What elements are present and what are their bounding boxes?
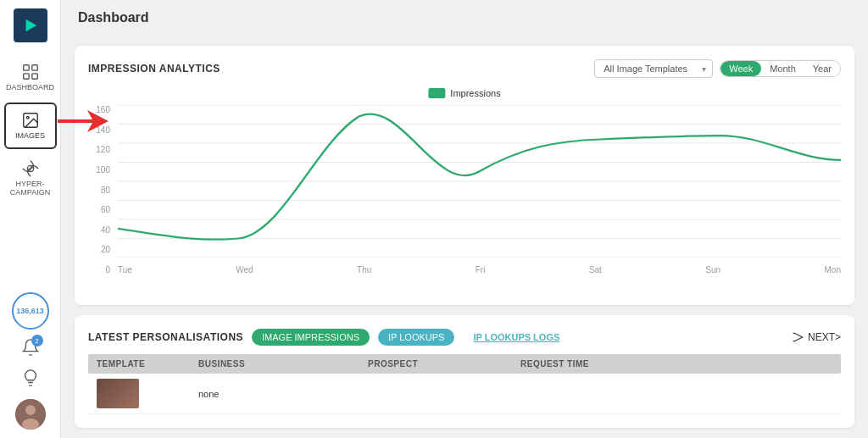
time-btn-week[interactable]: Week	[721, 61, 761, 76]
content-area: IMPRESSION ANALYTICS All Image Templates…	[61, 36, 868, 438]
red-arrow-indicator	[58, 108, 108, 137]
col-request-time: REQUEST TIME	[520, 359, 832, 369]
table-row: none	[88, 374, 841, 414]
sidebar-bottom: 136,613 2	[12, 292, 49, 430]
legend-color-box	[428, 88, 445, 98]
analytics-card: IMPRESSION ANALYTICS All Image Templates…	[75, 46, 854, 305]
time-buttons: Week Month Year	[720, 60, 841, 77]
svg-point-11	[25, 405, 36, 415]
sidebar-item-hypercampaign[interactable]: HYPER-CAMPAIGN	[4, 152, 57, 205]
chart-container: Impressions 160 140 120 100 80 60 40 20 …	[88, 88, 841, 291]
sidebar-item-dashboard-label: DASHBOARD	[6, 83, 54, 92]
analytics-title: IMPRESSION ANALYTICS	[88, 63, 220, 75]
chart-legend: Impressions	[428, 88, 500, 98]
tab-ip-lookups-logs[interactable]: IP LOOKUPS LOGS	[463, 329, 570, 346]
circle-value: 136,613	[16, 307, 44, 315]
svg-rect-4	[31, 74, 36, 79]
page-header: Dashboard	[61, 0, 868, 36]
col-prospect: PROSPECT	[368, 359, 520, 369]
tab-image-impressions[interactable]: IMAGE IMPRESSIONS	[252, 329, 370, 346]
sidebar-item-hypercampaign-label: HYPER-CAMPAIGN	[10, 180, 50, 198]
time-btn-year[interactable]: Year	[804, 61, 840, 76]
template-dropdown-wrap: All Image Templates	[594, 59, 713, 78]
row-thumbnail	[97, 379, 139, 408]
col-business: BUSINESS	[198, 359, 368, 369]
sidebar-item-images-label: IMAGES	[15, 131, 45, 141]
analytics-controls: All Image Templates Week Month Year	[594, 59, 841, 78]
chart-area: 160 140 120 100 80 60 40 20 0	[88, 105, 841, 274]
personalisations-header: LATEST PERSONALISATIONS IMAGE IMPRESSION…	[88, 329, 841, 346]
sidebar: DASHBOARD IMAGES HYPER-CAMPAIGN 136,613	[0, 0, 61, 438]
analytics-header: IMPRESSION ANALYTICS All Image Templates…	[88, 59, 841, 78]
lightbulb-icon[interactable]	[21, 369, 40, 391]
time-btn-month[interactable]: Month	[761, 61, 804, 76]
svg-rect-1	[23, 65, 28, 70]
svg-rect-2	[31, 65, 36, 70]
svg-marker-0	[25, 19, 36, 32]
svg-rect-3	[23, 74, 28, 79]
metric-circle-badge[interactable]: 136,613	[12, 292, 49, 330]
chart-plot	[118, 105, 841, 258]
bell-count: 2	[31, 335, 43, 347]
tab-ip-lookups[interactable]: IP LOOKUPS	[378, 329, 454, 346]
page-title: Dashboard	[78, 10, 149, 25]
bell-badge[interactable]: 2	[21, 338, 40, 360]
table-header: TEMPLATE BUSINESS PROSPECT REQUEST TIME	[88, 354, 841, 374]
personalisations-title: LATEST PERSONALISATIONS	[88, 331, 243, 343]
x-axis: Tue Wed Thu Fri Sat Sun Mon	[118, 265, 841, 274]
row-business: none	[198, 389, 368, 399]
user-avatar[interactable]	[15, 399, 46, 430]
sidebar-item-dashboard[interactable]: DASHBOARD	[4, 56, 57, 99]
next-label: NEXT>	[808, 331, 841, 343]
template-dropdown[interactable]: All Image Templates	[594, 59, 713, 78]
logo[interactable]	[14, 8, 47, 42]
sidebar-item-images[interactable]: IMAGES	[4, 103, 57, 149]
next-icon	[793, 331, 804, 343]
personalisations-card: LATEST PERSONALISATIONS IMAGE IMPRESSION…	[75, 315, 854, 428]
svg-point-6	[26, 116, 29, 119]
col-template: TEMPLATE	[97, 359, 198, 369]
main-content: Dashboard IMPRESSION ANALYTICS All Image…	[61, 0, 868, 438]
next-button[interactable]: NEXT>	[793, 331, 841, 343]
legend-label: Impressions	[450, 88, 500, 98]
